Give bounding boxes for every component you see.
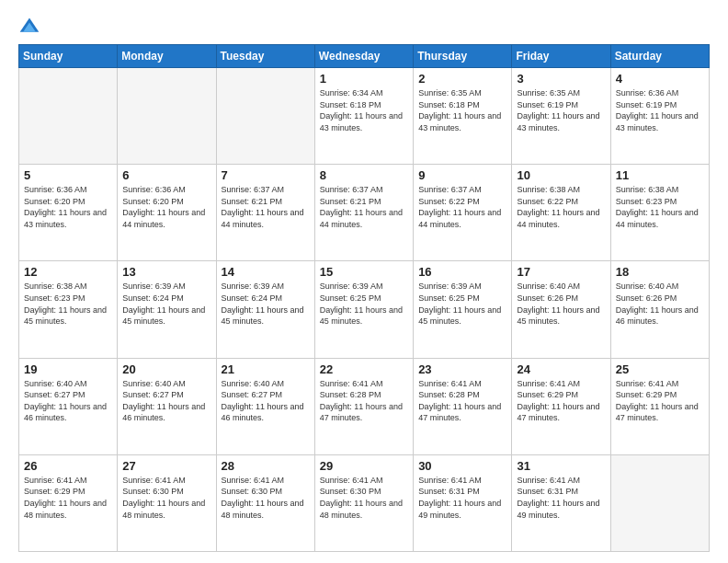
calendar-cell: 23Sunrise: 6:41 AMSunset: 6:28 PMDayligh… (414, 358, 512, 454)
calendar-cell: 17Sunrise: 6:40 AMSunset: 6:26 PMDayligh… (512, 261, 610, 358)
day-info: Sunrise: 6:41 AMSunset: 6:31 PMDaylight:… (418, 475, 506, 521)
day-number: 22 (320, 362, 408, 376)
day-number: 4 (616, 72, 704, 86)
day-info: Sunrise: 6:36 AMSunset: 6:20 PMDaylight:… (122, 184, 210, 230)
calendar-cell: 26Sunrise: 6:41 AMSunset: 6:29 PMDayligh… (19, 454, 118, 551)
calendar-cell: 29Sunrise: 6:41 AMSunset: 6:30 PMDayligh… (314, 454, 413, 551)
calendar-cell: 10Sunrise: 6:38 AMSunset: 6:22 PMDayligh… (512, 165, 610, 261)
weekday-header-friday: Friday (512, 45, 610, 68)
calendar-cell (610, 454, 709, 551)
day-number: 1 (320, 72, 408, 86)
day-info: Sunrise: 6:41 AMSunset: 6:29 PMDaylight:… (24, 475, 112, 521)
calendar-table: SundayMondayTuesdayWednesdayThursdayFrid… (18, 44, 710, 552)
day-number: 25 (616, 362, 704, 376)
day-info: Sunrise: 6:37 AMSunset: 6:22 PMDaylight:… (418, 184, 506, 230)
calendar-week-row: 19Sunrise: 6:40 AMSunset: 6:27 PMDayligh… (19, 358, 710, 454)
day-info: Sunrise: 6:38 AMSunset: 6:23 PMDaylight:… (24, 281, 112, 327)
day-number: 31 (517, 459, 605, 473)
weekday-header-sunday: Sunday (19, 45, 118, 68)
day-number: 16 (418, 265, 506, 279)
day-number: 21 (222, 362, 310, 376)
calendar-cell: 31Sunrise: 6:41 AMSunset: 6:31 PMDayligh… (512, 454, 610, 551)
day-number: 2 (418, 72, 506, 86)
day-info: Sunrise: 6:35 AMSunset: 6:19 PMDaylight:… (517, 87, 605, 133)
calendar-cell: 4Sunrise: 6:36 AMSunset: 6:19 PMDaylight… (610, 68, 709, 165)
calendar-cell (118, 68, 216, 165)
day-number: 12 (24, 265, 112, 279)
calendar-cell: 8Sunrise: 6:37 AMSunset: 6:21 PMDaylight… (314, 165, 413, 261)
calendar-week-row: 12Sunrise: 6:38 AMSunset: 6:23 PMDayligh… (19, 261, 710, 358)
calendar-cell: 19Sunrise: 6:40 AMSunset: 6:27 PMDayligh… (19, 358, 118, 454)
day-number: 18 (616, 265, 704, 279)
calendar-cell: 24Sunrise: 6:41 AMSunset: 6:29 PMDayligh… (512, 358, 610, 454)
calendar-cell: 30Sunrise: 6:41 AMSunset: 6:31 PMDayligh… (414, 454, 512, 551)
calendar-cell: 7Sunrise: 6:37 AMSunset: 6:21 PMDaylight… (216, 165, 314, 261)
day-info: Sunrise: 6:35 AMSunset: 6:18 PMDaylight:… (418, 87, 506, 133)
day-info: Sunrise: 6:36 AMSunset: 6:20 PMDaylight:… (24, 184, 112, 230)
day-number: 5 (24, 168, 112, 182)
calendar-cell: 13Sunrise: 6:39 AMSunset: 6:24 PMDayligh… (118, 261, 216, 358)
calendar-cell: 11Sunrise: 6:38 AMSunset: 6:23 PMDayligh… (610, 165, 709, 261)
calendar-cell: 16Sunrise: 6:39 AMSunset: 6:25 PMDayligh… (414, 261, 512, 358)
day-number: 28 (222, 459, 310, 473)
page: SundayMondayTuesdayWednesdayThursdayFrid… (0, 0, 728, 563)
logo (18, 15, 44, 37)
calendar-cell: 28Sunrise: 6:41 AMSunset: 6:30 PMDayligh… (216, 454, 314, 551)
calendar-cell: 6Sunrise: 6:36 AMSunset: 6:20 PMDaylight… (118, 165, 216, 261)
day-number: 7 (222, 168, 310, 182)
weekday-header-monday: Monday (118, 45, 216, 68)
day-number: 20 (122, 362, 210, 376)
day-number: 15 (320, 265, 408, 279)
day-number: 23 (418, 362, 506, 376)
day-info: Sunrise: 6:40 AMSunset: 6:26 PMDaylight:… (517, 281, 605, 327)
calendar-cell: 21Sunrise: 6:40 AMSunset: 6:27 PMDayligh… (216, 358, 314, 454)
weekday-header-saturday: Saturday (610, 45, 709, 68)
calendar-week-row: 26Sunrise: 6:41 AMSunset: 6:29 PMDayligh… (19, 454, 710, 551)
day-number: 13 (122, 265, 210, 279)
calendar-cell: 3Sunrise: 6:35 AMSunset: 6:19 PMDaylight… (512, 68, 610, 165)
calendar-cell (216, 68, 314, 165)
calendar-week-row: 5Sunrise: 6:36 AMSunset: 6:20 PMDaylight… (19, 165, 710, 261)
day-info: Sunrise: 6:38 AMSunset: 6:22 PMDaylight:… (517, 184, 605, 230)
day-info: Sunrise: 6:38 AMSunset: 6:23 PMDaylight:… (616, 184, 704, 230)
day-info: Sunrise: 6:41 AMSunset: 6:30 PMDaylight:… (222, 475, 310, 521)
day-info: Sunrise: 6:39 AMSunset: 6:24 PMDaylight:… (222, 281, 310, 327)
day-info: Sunrise: 6:37 AMSunset: 6:21 PMDaylight:… (222, 184, 310, 230)
logo-icon (18, 15, 40, 37)
day-number: 30 (418, 459, 506, 473)
day-info: Sunrise: 6:41 AMSunset: 6:31 PMDaylight:… (517, 475, 605, 521)
calendar-cell: 2Sunrise: 6:35 AMSunset: 6:18 PMDaylight… (414, 68, 512, 165)
day-number: 24 (517, 362, 605, 376)
day-info: Sunrise: 6:40 AMSunset: 6:27 PMDaylight:… (24, 378, 112, 424)
day-info: Sunrise: 6:39 AMSunset: 6:25 PMDaylight:… (418, 281, 506, 327)
day-info: Sunrise: 6:41 AMSunset: 6:30 PMDaylight:… (122, 475, 210, 521)
calendar-cell: 9Sunrise: 6:37 AMSunset: 6:22 PMDaylight… (414, 165, 512, 261)
calendar-week-row: 1Sunrise: 6:34 AMSunset: 6:18 PMDaylight… (19, 68, 710, 165)
day-info: Sunrise: 6:34 AMSunset: 6:18 PMDaylight:… (320, 87, 408, 133)
day-number: 8 (320, 168, 408, 182)
day-info: Sunrise: 6:36 AMSunset: 6:19 PMDaylight:… (616, 87, 704, 133)
calendar-cell: 27Sunrise: 6:41 AMSunset: 6:30 PMDayligh… (118, 454, 216, 551)
day-number: 19 (24, 362, 112, 376)
calendar-cell: 25Sunrise: 6:41 AMSunset: 6:29 PMDayligh… (610, 358, 709, 454)
day-number: 6 (122, 168, 210, 182)
day-number: 26 (24, 459, 112, 473)
calendar-cell: 18Sunrise: 6:40 AMSunset: 6:26 PMDayligh… (610, 261, 709, 358)
calendar-cell: 20Sunrise: 6:40 AMSunset: 6:27 PMDayligh… (118, 358, 216, 454)
day-info: Sunrise: 6:41 AMSunset: 6:28 PMDaylight:… (418, 378, 506, 424)
calendar-cell: 14Sunrise: 6:39 AMSunset: 6:24 PMDayligh… (216, 261, 314, 358)
calendar-cell: 22Sunrise: 6:41 AMSunset: 6:28 PMDayligh… (314, 358, 413, 454)
day-info: Sunrise: 6:40 AMSunset: 6:27 PMDaylight:… (222, 378, 310, 424)
day-info: Sunrise: 6:39 AMSunset: 6:25 PMDaylight:… (320, 281, 408, 327)
weekday-header-wednesday: Wednesday (314, 45, 413, 68)
day-info: Sunrise: 6:40 AMSunset: 6:26 PMDaylight:… (616, 281, 704, 327)
calendar-header-row: SundayMondayTuesdayWednesdayThursdayFrid… (19, 45, 710, 68)
day-number: 11 (616, 168, 704, 182)
day-number: 29 (320, 459, 408, 473)
header (18, 15, 710, 37)
calendar-cell: 1Sunrise: 6:34 AMSunset: 6:18 PMDaylight… (314, 68, 413, 165)
day-number: 27 (122, 459, 210, 473)
day-info: Sunrise: 6:41 AMSunset: 6:28 PMDaylight:… (320, 378, 408, 424)
day-info: Sunrise: 6:41 AMSunset: 6:30 PMDaylight:… (320, 475, 408, 521)
day-info: Sunrise: 6:41 AMSunset: 6:29 PMDaylight:… (517, 378, 605, 424)
